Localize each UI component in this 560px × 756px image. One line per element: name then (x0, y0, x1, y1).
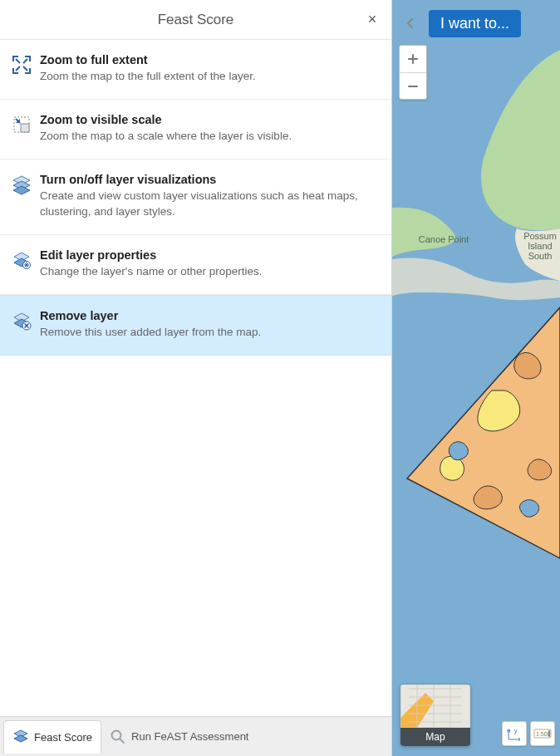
visible-scale-icon (10, 113, 33, 136)
action-desc: Zoom the map to the full extent of the l… (40, 69, 256, 84)
basemap-switcher-button[interactable]: Map (400, 685, 470, 746)
bottom-right-tools: x y 1:500 (502, 721, 555, 746)
action-visible-scale[interactable]: Zoom to visible scaleZoom the map to a s… (0, 100, 391, 160)
layer-props-icon (10, 248, 33, 272)
action-desc: Zoom the map to a scale where the layer … (40, 129, 292, 144)
map-pane[interactable]: Canoe PointPossumIslandSouth I want to..… (392, 0, 560, 756)
map-label: Possum (523, 231, 557, 241)
svg-text:y: y (514, 728, 518, 734)
remove-layer-icon (10, 309, 33, 332)
scale-input-button[interactable]: 1:500 (530, 721, 555, 746)
action-title: Turn on/off layer visualizations (40, 173, 380, 186)
back-button[interactable] (399, 12, 422, 35)
xy-coords-button[interactable]: x y (502, 721, 527, 746)
map-label: Island (528, 241, 552, 251)
panel-title: Feast Score (158, 12, 234, 28)
footer-tab-feast-score[interactable]: Feast Score (3, 720, 101, 754)
zoom-in-button[interactable] (400, 46, 426, 72)
full-extent-icon (10, 53, 33, 76)
action-desc: Change the layer's name or other propert… (40, 264, 262, 279)
scale-icon: 1:500 (533, 727, 552, 740)
i-want-to-button[interactable]: I want to... (429, 10, 521, 37)
action-layers-toggle[interactable]: Turn on/off layer visualizationsCreate a… (0, 160, 391, 234)
basemap-label: Map (400, 728, 470, 746)
panel-footer-tabs: Feast ScoreRun FeAST Assessment (0, 716, 391, 756)
map-canvas: Canoe PointPossumIslandSouth (392, 0, 560, 756)
panel-header: Feast Score × (0, 0, 391, 40)
plus-icon (407, 53, 419, 65)
panel-body: Zoom to full extentZoom the map to the f… (0, 40, 391, 716)
basemap-thumb-icon (400, 685, 470, 728)
layers-icon (12, 729, 29, 745)
action-full-extent[interactable]: Zoom to full extentZoom the map to the f… (0, 40, 391, 100)
close-icon[interactable]: × (363, 10, 381, 28)
chevron-left-icon (405, 17, 416, 29)
action-remove-layer[interactable]: Remove layerRemove this user added layer… (0, 295, 391, 356)
action-title: Edit layer properties (40, 248, 262, 262)
action-layer-props[interactable]: Edit layer propertiesChange the layer's … (0, 235, 391, 295)
zoom-control (399, 45, 427, 100)
layers-toggle-icon (10, 173, 33, 196)
svg-text:1:500: 1:500 (536, 731, 551, 737)
magnify-icon (110, 729, 126, 745)
app-root: Feast Score × Zoom to full extentZoom th… (0, 0, 560, 756)
action-desc: Create and view custom layer visualizati… (40, 189, 380, 218)
footer-tab-label: Feast Score (34, 731, 92, 744)
action-title: Remove layer (40, 309, 261, 322)
layer-actions-panel: Feast Score × Zoom to full extentZoom th… (0, 0, 392, 756)
action-title: Zoom to full extent (40, 53, 256, 66)
xy-axes-icon: x y (507, 726, 522, 741)
zoom-out-button[interactable] (400, 72, 426, 99)
footer-tab-run-feast-assessment[interactable]: Run FeAST Assessment (101, 720, 257, 754)
map-label: Canoe Point (419, 234, 469, 244)
minus-icon (407, 81, 419, 92)
action-desc: Remove this user added layer from the ma… (40, 325, 261, 340)
action-title: Zoom to visible scale (40, 113, 292, 126)
map-label: South (528, 251, 553, 261)
footer-tab-label: Run FeAST Assessment (131, 730, 248, 743)
svg-rect-1 (21, 124, 29, 132)
